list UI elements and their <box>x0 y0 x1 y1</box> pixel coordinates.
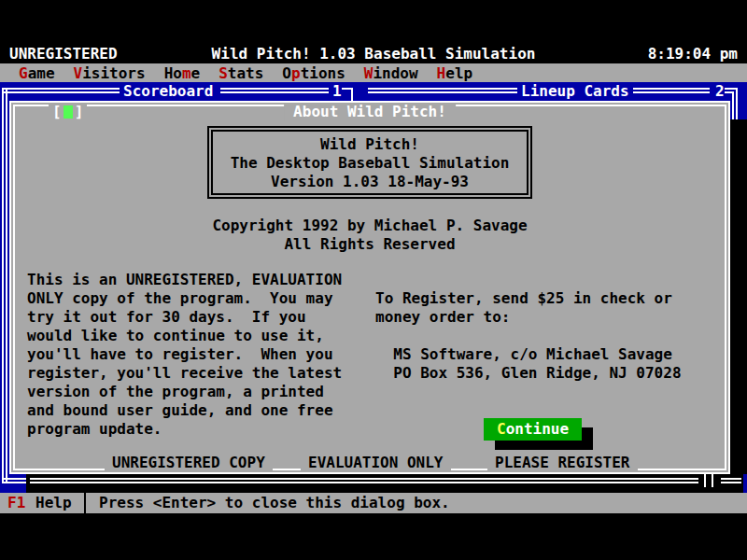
close-bracket: [ <box>52 103 62 120</box>
about-dialog: [] About Wild Pitch! Wild Pitch! The Des… <box>9 101 730 474</box>
menu-options[interactable]: Options <box>282 64 345 83</box>
menu-visitors[interactable]: Visitors <box>74 64 146 83</box>
close-box-icon <box>63 105 73 119</box>
scoreboard-window-number: 1 <box>332 82 342 101</box>
footer-evaluation-only: EVALUATION ONLY <box>301 454 451 472</box>
lineup-window-border-line <box>368 88 517 93</box>
menu-label-part: e <box>191 64 201 82</box>
clock: 8:19:04 pm <box>648 45 738 63</box>
dialog-shadow <box>730 119 747 474</box>
copyright-block: Copyright 1992 by Michael P. Savage All … <box>15 217 725 254</box>
scoreboard-window-left-border <box>2 88 7 483</box>
copyright-line: Copyright 1992 by Michael P. Savage <box>15 217 725 235</box>
menu-hotkey: V <box>74 64 83 82</box>
registration-info-text: To Register, send $25 in check or money … <box>375 289 682 383</box>
menu-label-part: tats <box>228 64 264 82</box>
evaluation-notice-text: This is an UNREGISTERED, EVALUATION ONLY… <box>27 271 342 439</box>
f1-key-hint[interactable]: F1 <box>7 494 25 512</box>
menu-help[interactable]: Help <box>437 64 473 83</box>
status-bar: F1 Help Press <Enter> to close this dial… <box>0 493 747 513</box>
dialog-shadow <box>26 474 743 493</box>
dialog-title: About Wild Pitch! <box>284 103 456 121</box>
program-subtitle: The Desktop Baseball Simulation <box>213 154 527 173</box>
lineup-window-title[interactable]: Lineup Cards <box>521 82 629 101</box>
menu-stats[interactable]: Stats <box>218 64 263 83</box>
lineup-window-number: 2 <box>715 82 725 101</box>
menu-label-part: elp <box>445 64 472 82</box>
lineup-window-border-line <box>633 88 710 93</box>
scoreboard-window-bottom-corner <box>2 478 26 483</box>
menu-label-part: isitors <box>82 64 145 82</box>
program-version: Version 1.03 18-May-93 <box>213 173 527 191</box>
f1-key-label: Help <box>35 494 72 512</box>
menu-hotkey: H <box>437 64 446 82</box>
app-title: Wild Pitch! 1.03 Baseball Simulation <box>0 45 747 63</box>
menu-hotkey: G <box>19 64 28 82</box>
close-bracket: ] <box>75 103 84 120</box>
program-name: Wild Pitch! <box>213 135 527 154</box>
menu-game[interactable]: Game <box>19 64 55 83</box>
menu-label-part: O <box>282 64 291 82</box>
window-border-under-shadow <box>30 478 698 483</box>
scoreboard-window-border-line <box>2 88 120 93</box>
window-border-under-shadow <box>721 478 741 483</box>
menu-hotkey: p <box>291 64 301 82</box>
menu-label-part: indow <box>373 64 417 82</box>
rights-line: All Rights Reserved <box>15 235 725 254</box>
dos-screen: UNREGISTERED Wild Pitch! 1.03 Baseball S… <box>0 0 747 560</box>
menu-bar: Game Visitors Home Stats Options Window … <box>0 63 747 84</box>
button-label-part: ontinue <box>506 420 569 438</box>
program-info-box: Wild Pitch! The Desktop Baseball Simulat… <box>207 126 532 199</box>
menu-window[interactable]: Window <box>364 64 418 83</box>
scoreboard-window-title[interactable]: Scoreboard <box>123 82 213 101</box>
footer-unregistered-copy: UNREGISTERED COPY <box>105 454 273 472</box>
app-titlebar: UNREGISTERED Wild Pitch! 1.03 Baseball S… <box>0 45 747 63</box>
menu-hotkey: W <box>364 64 374 82</box>
status-bar-divider <box>84 493 86 513</box>
dialog-close-button[interactable]: [] <box>49 103 87 121</box>
menu-hotkey: S <box>218 64 228 82</box>
continue-button[interactable]: Continue <box>484 418 582 441</box>
menu-label-part: tions <box>301 64 345 82</box>
menu-label-part: ame <box>28 64 55 82</box>
status-message: Press <Enter> to close this dialog box. <box>99 494 450 512</box>
menu-home[interactable]: Home <box>164 64 201 83</box>
window-border-under-shadow <box>704 474 706 487</box>
menu-label-part: Ho <box>164 64 182 82</box>
scoreboard-window-corner <box>342 88 353 101</box>
menu-hotkey: m <box>182 64 191 82</box>
window-border-under-shadow <box>712 474 713 487</box>
footer-please-register: PLEASE REGISTER <box>487 454 638 472</box>
button-hotkey: C <box>497 420 506 438</box>
scoreboard-window-border-line <box>220 88 329 93</box>
